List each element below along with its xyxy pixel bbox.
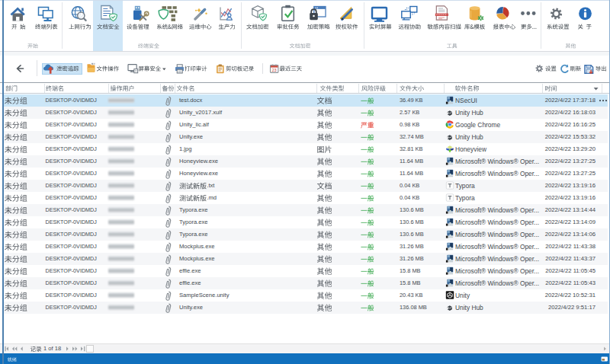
svg-text:23: 23 <box>272 68 277 72</box>
